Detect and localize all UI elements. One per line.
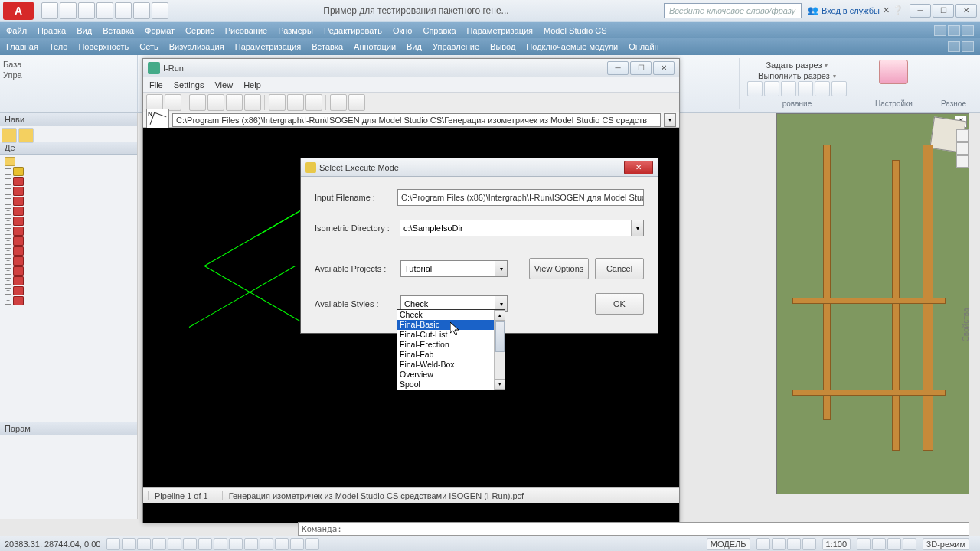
status-icon[interactable]: [305, 538, 319, 550]
menu-service[interactable]: Сервис: [185, 26, 214, 35]
copy-icon[interactable]: [189, 94, 206, 111]
tab-home[interactable]: Главная: [6, 42, 38, 51]
status-icon[interactable]: [290, 538, 304, 550]
tree-item[interactable]: +: [5, 276, 132, 285]
run-icon[interactable]: [330, 94, 347, 111]
search-input[interactable]: Введите ключевое слово/фразу: [664, 3, 802, 18]
tab-visual[interactable]: Визуализация: [169, 42, 224, 51]
dropdown-item[interactable]: Final-Weld-Box: [397, 360, 505, 370]
irun-maximize-button[interactable]: ☐: [630, 61, 652, 75]
view-options-button[interactable]: View Options: [529, 258, 589, 279]
irun-menu-help[interactable]: Help: [243, 80, 261, 90]
viewport-3d[interactable]: ✕ Свойства: [776, 113, 969, 494]
tab-annot[interactable]: Аннотации: [354, 42, 396, 51]
mdi-minimize[interactable]: [934, 25, 946, 36]
dropdown-item[interactable]: Final-Erection: [397, 340, 505, 350]
dropdown-item-selected[interactable]: Final-Basic: [397, 320, 505, 330]
tree-item[interactable]: +: [5, 217, 132, 226]
qat-new-icon[interactable]: [41, 2, 58, 19]
status-icon[interactable]: [152, 538, 166, 550]
app-logo[interactable]: A: [3, 2, 34, 20]
mdi-restore[interactable]: [948, 25, 960, 36]
status-3d-mode[interactable]: 3D-режим: [923, 538, 969, 550]
set-section-dropdown[interactable]: Задать разрез: [766, 60, 828, 70]
edit-icon[interactable]: [348, 94, 365, 111]
status-icon[interactable]: [857, 538, 871, 550]
qat-undo-icon[interactable]: [133, 2, 150, 19]
status-icon[interactable]: [872, 538, 886, 550]
status-icon[interactable]: [802, 538, 816, 550]
status-icon[interactable]: [772, 538, 786, 550]
vp-tool-icon[interactable]: [956, 142, 969, 155]
tab-param[interactable]: Параметризация: [235, 42, 301, 51]
status-icon[interactable]: [214, 538, 227, 550]
status-icon[interactable]: [198, 538, 212, 550]
vp-tool-icon[interactable]: [956, 129, 969, 142]
tree-item[interactable]: [5, 157, 132, 166]
dropdown-item[interactable]: Check: [397, 310, 505, 320]
menu-modify[interactable]: Редактировать: [324, 26, 382, 35]
scroll-up-icon[interactable]: ▴: [495, 310, 505, 321]
status-icon[interactable]: [137, 538, 151, 550]
irun-path-input[interactable]: C:\Program Files (x86)\Intergraph\I-Run\…: [172, 113, 661, 127]
qat-redo-icon[interactable]: [152, 2, 168, 19]
tab-online[interactable]: Онлайн: [629, 42, 658, 51]
irun-minimize-button[interactable]: ─: [607, 61, 629, 75]
zoom-out-icon[interactable]: [305, 94, 322, 111]
dialog-close-button[interactable]: ✕: [624, 161, 653, 174]
doc-icon[interactable]: [244, 94, 261, 111]
status-icon[interactable]: [183, 538, 197, 550]
tab-view[interactable]: Вид: [407, 42, 422, 51]
status-icon[interactable]: [275, 538, 289, 550]
menu-model-studio[interactable]: Model Studio CS: [544, 26, 607, 35]
qat-saveas-icon[interactable]: [96, 2, 113, 19]
chevron-down-icon[interactable]: ▾: [495, 261, 507, 276]
tab-insert[interactable]: Вставка: [312, 42, 343, 51]
tree-item[interactable]: +: [5, 296, 132, 305]
settings-icon[interactable]: [879, 60, 908, 84]
menu-format[interactable]: Формат: [145, 26, 175, 35]
tree-item[interactable]: +: [5, 207, 132, 216]
dropdown-item[interactable]: Final-Cut-List: [397, 330, 505, 340]
menu-file[interactable]: Файл: [6, 26, 27, 35]
status-scale[interactable]: 1:100: [822, 538, 851, 550]
ribbon-expand-icon[interactable]: [948, 41, 960, 52]
ok-button[interactable]: OK: [595, 293, 644, 315]
dialog-titlebar[interactable]: Select Execute Mode ✕: [301, 158, 658, 177]
dropdown-item[interactable]: Overview: [397, 370, 505, 380]
scroll-down-icon[interactable]: ▾: [495, 379, 505, 390]
panel-de[interactable]: Де: [0, 142, 137, 155]
minimize-button[interactable]: ─: [910, 4, 931, 18]
close-button[interactable]: ✕: [956, 4, 977, 18]
tree-item[interactable]: +: [5, 246, 132, 256]
tab-mesh[interactable]: Сеть: [139, 42, 158, 51]
menu-dimensions[interactable]: Размеры: [278, 26, 313, 35]
mdi-close[interactable]: [962, 25, 974, 36]
tab-output[interactable]: Вывод: [490, 42, 515, 51]
dropdown-item[interactable]: Spool: [397, 380, 505, 390]
dropdown-scrollbar[interactable]: ▴ ▾: [494, 310, 505, 390]
status-icon[interactable]: [106, 538, 120, 550]
cancel-button[interactable]: Cancel: [595, 258, 644, 279]
menu-parametrization[interactable]: Параметризация: [467, 26, 533, 35]
tree-item[interactable]: +: [5, 256, 132, 266]
tab-plugins[interactable]: Подключаемые модули: [526, 42, 618, 51]
help-icon[interactable]: ❔: [893, 5, 903, 15]
paste-icon[interactable]: [207, 94, 224, 111]
zoom-in-icon[interactable]: [269, 94, 286, 111]
section-tool-icon[interactable]: [831, 81, 847, 96]
projects-combo[interactable]: Tutorial ▾: [400, 260, 508, 277]
tree-item[interactable]: +: [5, 187, 132, 196]
status-icon[interactable]: [260, 538, 273, 550]
qat-print-icon[interactable]: [115, 2, 132, 19]
tree-item[interactable]: +: [5, 177, 132, 186]
signin-link[interactable]: Вход в службы: [822, 6, 880, 15]
properties-label[interactable]: Свойства: [962, 308, 970, 342]
panel-base[interactable]: База: [3, 60, 134, 69]
menu-edit[interactable]: Правка: [38, 26, 66, 35]
exchange-icon[interactable]: ✕: [883, 5, 890, 15]
iso-dir-combo[interactable]: c:\SampleIsoDir ▾: [400, 220, 644, 236]
tree-item[interactable]: +: [5, 286, 132, 295]
status-icon[interactable]: [244, 538, 258, 550]
status-icon[interactable]: [787, 538, 801, 550]
